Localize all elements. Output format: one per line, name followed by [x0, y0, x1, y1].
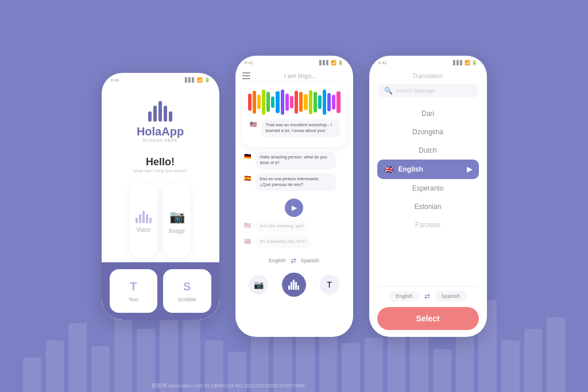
app-name-hola: Hola [137, 125, 161, 138]
status-icons-1: ▋▋▋ 📶 🔋 [185, 77, 210, 83]
logo-bar-5 [169, 111, 172, 122]
app-name-app: App [161, 125, 184, 138]
wave-bar [336, 91, 340, 113]
phone-home: 9:41 ▋▋▋ 📶 🔋 HolaApp SLOGAN HERE [102, 73, 219, 320]
bg-bar [23, 358, 41, 392]
menu-scribble[interactable]: S Scribble [163, 269, 211, 313]
phone3-title: Translation [377, 72, 479, 79]
wave-bar [253, 91, 256, 114]
search-icon: 🔍 [384, 87, 393, 95]
bubble-2: Hallo amazing person, what do you think … [256, 152, 336, 169]
lang-dzongkha[interactable]: Dzongkha [377, 123, 479, 141]
search-placeholder: Search language [396, 88, 435, 94]
select-button[interactable]: Select [377, 307, 479, 330]
menu-grid-bottom: T Text S Scribble [102, 262, 219, 320]
play-button[interactable]: ▶ [285, 199, 303, 217]
msg-row-1: 🇺🇸 That was an excellent workshop - I le… [248, 119, 341, 137]
esperanto-label: Esperanto [412, 184, 444, 192]
phone3-content: Translation 🔍 Search language Dari Dzong… [369, 68, 487, 337]
language-list: Dari Dzongkha Dutch 🇬🇧 English ▶ Esperan… [377, 104, 479, 286]
faroese-label: Faroese [415, 221, 440, 229]
dzongkha-label: Dzongkha [412, 128, 443, 136]
menu-grid-top: Voice 📷 Image [122, 183, 199, 258]
logo-bar-1 [148, 111, 152, 122]
logo-bar-3 [158, 101, 162, 122]
text-icon: T [130, 280, 137, 293]
phone-translate: 9:41 ▋▋▋ 📶 🔋 I am lingo... 🇺🇸 That was [235, 56, 353, 337]
msg-row-3: 🇪🇸 Eso es una pintura interesante, ¿Qué … [242, 173, 346, 191]
wave-bar [318, 95, 322, 109]
hamburger-menu[interactable] [242, 72, 250, 79]
msg-row-4: 🇺🇸 Isn't she amazing, you! [242, 220, 346, 232]
lang-esperanto[interactable]: Esperanto [377, 179, 479, 197]
notch-3 [411, 56, 445, 64]
bubble-3: Eso es una pintura interesante, ¿Qué pie… [256, 173, 336, 191]
translate-bar-2: English ⇄ Spanish [242, 252, 346, 269]
scribble-label: Scribble [177, 297, 196, 302]
wave-card: 🇺🇸 That was an excellent workshop - I le… [242, 84, 346, 147]
image-icon: 📷 [169, 209, 185, 224]
wave-bar [327, 93, 331, 111]
to-lang-2: Spanish [301, 258, 320, 263]
lang-faroese[interactable]: Faroese [377, 216, 479, 234]
bg-bar [91, 346, 110, 392]
bottom-nav: 📷 T [242, 269, 346, 298]
camera-nav-btn[interactable]: 📷 [249, 275, 268, 294]
wave-bar [299, 92, 303, 112]
phone2-header: I am lingo... [242, 70, 346, 84]
status-icons-3: ▋▋▋ 📶 🔋 [453, 60, 477, 65]
wave-bar [285, 94, 289, 111]
from-lang-pill: English [389, 291, 420, 301]
notch-2 [277, 56, 311, 64]
bubble-5: It's a beautiful day, isn't? [256, 236, 311, 248]
notch-1 [143, 73, 177, 81]
wave-bar [323, 90, 326, 115]
lang-english[interactable]: 🇬🇧 English ▶ [377, 160, 479, 179]
avatar-3: 🇪🇸 [242, 173, 253, 184]
mic-nav-btn[interactable] [282, 273, 306, 297]
avatar-1: 🇺🇸 [248, 119, 258, 130]
logo-bar-2 [153, 106, 157, 122]
logo-icon [148, 101, 172, 122]
from-lang-2: English [269, 258, 286, 263]
bg-bar [46, 340, 64, 392]
app-name: HolaApp [137, 125, 184, 138]
bg-bar [501, 340, 520, 392]
to-lang-pill: Spanish [435, 291, 467, 301]
dari-label: Dari [421, 110, 434, 118]
wave-bar [248, 94, 252, 111]
wave-visual [248, 90, 341, 115]
bg-bar [547, 317, 565, 392]
wave-bar [332, 95, 335, 110]
scribble-icon: S [183, 280, 191, 293]
msg-row-5: 🇬🇧 It's a beautiful day, isn't? [242, 236, 346, 248]
bubble-4: Isn't she amazing, you! [256, 220, 308, 232]
lang-estonian[interactable]: Estonian [377, 197, 479, 216]
text-nav-btn[interactable]: T [320, 275, 339, 294]
avatar-2: 🇩🇪 [242, 152, 253, 162]
logo-bar-4 [164, 106, 167, 122]
wave-bar [262, 90, 265, 115]
bg-bar [524, 329, 543, 392]
greeting-sub: what can I help you learn? [133, 168, 187, 173]
swap-icon-2[interactable]: ⇄ [291, 257, 296, 265]
avatar-5: 🇬🇧 [242, 236, 253, 246]
text-label: Text [129, 297, 138, 302]
voice-icon [136, 211, 152, 223]
swap-icon-3[interactable]: ⇄ [424, 292, 430, 300]
menu-text[interactable]: T Text [110, 269, 158, 313]
hello-section: Hello! what can I help you learn? [133, 156, 187, 173]
image-label: Image [169, 228, 185, 234]
search-bar[interactable]: 🔍 Search language [377, 84, 479, 98]
lang-dutch[interactable]: Dutch [377, 141, 479, 160]
menu-voice[interactable]: Voice [130, 183, 157, 258]
english-label: English [399, 165, 423, 173]
menu-image[interactable]: 📷 Image [163, 183, 191, 258]
wave-bar [314, 92, 317, 112]
lang-dari[interactable]: Dari [377, 104, 479, 123]
dutch-label: Dutch [419, 146, 436, 154]
english-flag: 🇬🇧 [384, 165, 394, 174]
phone2-title: I am lingo... [255, 72, 346, 79]
wave-bar [290, 96, 293, 108]
phone-language-select: 9:41 ▋▋▋ 📶 🔋 Translation 🔍 Search langua… [369, 56, 487, 337]
